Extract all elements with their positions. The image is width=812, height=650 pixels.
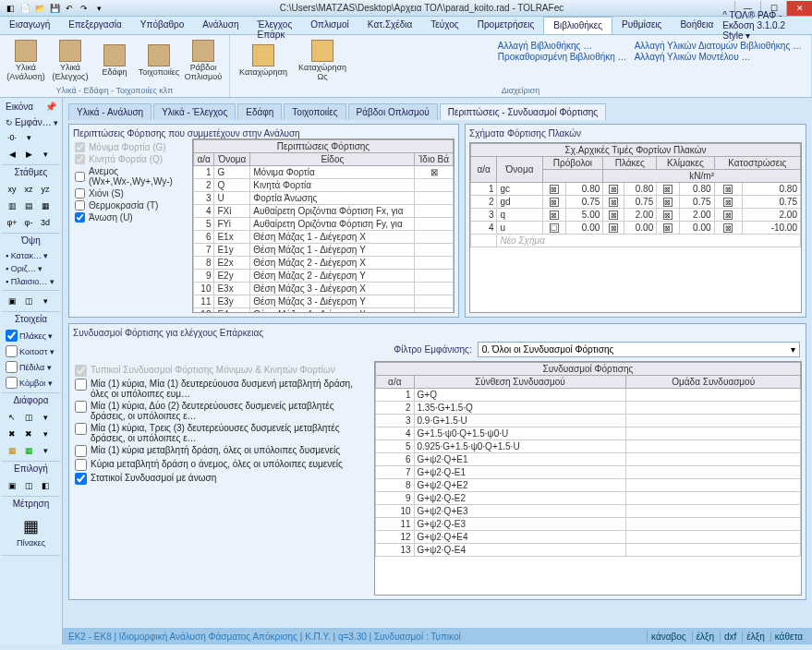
sb-ico-b[interactable]: ◫ [21, 295, 36, 307]
sidebar-item-g4-0[interactable]: ▪ Κατακ… ▾ [2, 249, 60, 262]
subtab-0[interactable]: Υλικά - Ανάλυση [68, 103, 151, 120]
rot-minus[interactable]: φ- [21, 216, 36, 229]
slab-loads-table[interactable]: Σχ.Αρχικές Τιμές Φορτίων Πλακών α/αΌνομα… [470, 143, 801, 247]
sb-tool-9[interactable]: ▾ [38, 444, 53, 457]
status-item-2[interactable]: dxf [720, 632, 740, 642]
table-row[interactable]: 8E2xΘέση Μάζας 2 - Διέγερση X [194, 257, 454, 270]
sidebar-item-g4-1[interactable]: ▪ Οριζ… ▾ [2, 262, 60, 275]
table-row[interactable]: 4u☐0.00⊠0.00⊠0.00⊠-10.00 [471, 222, 801, 235]
tables-icon[interactable]: ▦ [7, 516, 55, 536]
table-row[interactable]: 50.925·G+1.5·ψ0·Q+1.5·U [376, 440, 801, 453]
table-row[interactable]: 12G+ψ2·Q+E4 [376, 531, 801, 544]
lc-check-5[interactable]: Άνωση (U) [75, 212, 187, 223]
subtab-1[interactable]: Υλικά - Έλεγχος [153, 103, 236, 120]
sb-ico-a[interactable]: ▣ [5, 295, 19, 307]
sb-cursor-icon[interactable]: ·0· [5, 131, 19, 144]
table-row[interactable]: 9G+ψ2·Q-E2 [376, 492, 801, 505]
qat-open-icon[interactable]: 📂 [33, 2, 46, 15]
menu-tab-6[interactable]: Κατ.Σχέδια [358, 17, 422, 34]
table-row[interactable]: 5FYiΑυθαίρετη Οριζόντια Φόρτιση Fy, για [194, 218, 454, 231]
table-row[interactable]: 3UΦορτία Άνωσης [194, 192, 454, 205]
qat-dropdown-icon[interactable]: ▾ [92, 2, 105, 15]
menu-tab-7[interactable]: Τεύχος [421, 17, 467, 34]
combinations-table[interactable]: Συνδυασμοί Φόρτισης α/αΣύνθεση Συνδυασμο… [375, 362, 801, 557]
table-row[interactable]: 1gc⊠0.80⊠0.80⊠0.80⊠0.80 [471, 183, 801, 196]
menu-tab-10[interactable]: Ρυθμίσεις [612, 17, 671, 34]
sb-tool-4[interactable]: ✖ [5, 427, 19, 440]
sidebar-item-g5-0[interactable]: Πλάκες ▾ [2, 328, 60, 343]
combo-check-5[interactable]: Κύρια μεταβλητή δράση ο άνεμος, όλες οι … [75, 459, 367, 471]
table-row[interactable]: 1GΜόνιμα Φορτία⊠ [194, 166, 454, 179]
combo-check-4[interactable]: Μία (1) κύρια μεταβλητή δράση, όλες οι υ… [75, 445, 367, 457]
view-3d[interactable]: 3d [38, 216, 53, 229]
table-row[interactable]: 6G+ψ2·Q+E1 [376, 453, 801, 466]
loadcases-table[interactable]: Περιπτώσεις Φόρτισης α/αΌνομαΕίδοςΊδιο Β… [193, 139, 454, 313]
combo-check-6[interactable]: Στατικοί Συνδυασμοί με άνωση [75, 473, 367, 485]
table-row[interactable]: 13G+ψ2·Q-E4 [376, 544, 801, 557]
table-row[interactable]: 4G+1.5·ψ0·Q+1.5·ψ0·U [376, 427, 801, 440]
sb-tool-3[interactable]: ▾ [38, 411, 53, 424]
table-row[interactable]: 7G+ψ2·Q-E1 [376, 466, 801, 479]
sb-tool-5[interactable]: ✖ [21, 427, 36, 440]
sidebar-pin-icon[interactable]: 📌 [45, 102, 56, 112]
rot-plus[interactable]: φ+ [5, 216, 19, 229]
ribbon-btn-g1-4[interactable]: Ράβδοι Οπλισμού [183, 37, 224, 85]
sidebar-item-g5-2[interactable]: Πέδιλα ▾ [2, 359, 60, 375]
ribbon-link-3[interactable]: Αλλαγή Υλικών Μοντέλου … [635, 52, 802, 62]
combo-check-1[interactable]: Μία (1) κύρια, Μία (1) δευτερεύουσα δυσμ… [75, 379, 367, 399]
table-row[interactable]: 4FXiΑυθαίρετη Οριζόντια Φόρτιση Fx, για [194, 205, 454, 218]
sb-sel-1[interactable]: ▣ [5, 479, 19, 492]
table-row[interactable]: 6E1xΘέση Μάζας 1 - Διέγερση X [194, 231, 454, 244]
qat-undo-icon[interactable]: ↶ [63, 2, 76, 15]
subtab-3[interactable]: Τοιχοποιίες [284, 103, 345, 120]
sb-left-icon[interactable]: ◀ [5, 148, 19, 161]
filter-dropdown[interactable]: 0. Όλοι οι Συνδυασμοί Φόρτισης ▾ [478, 342, 800, 357]
sb-tool-1[interactable]: ↖ [5, 411, 19, 424]
menu-tab-8[interactable]: Προμετρήσεις [468, 17, 544, 34]
axis-ico-1[interactable]: ▥ [5, 199, 19, 212]
axis-yz[interactable]: yz [38, 183, 53, 196]
axis-ico-2[interactable]: ▤ [21, 199, 36, 212]
qat-new-icon[interactable]: 📄 [18, 2, 31, 15]
ribbon-link-1[interactable]: Προκαθορισμένη Βιβλιοθήκη … [498, 52, 627, 62]
table-row[interactable]: 2QΚινητά Φορτία [194, 179, 454, 192]
ribbon-btn-g2-0[interactable]: Καταχώρηση [236, 37, 291, 85]
sidebar-item-g5-3[interactable]: Κόμβοι ▾ [2, 375, 60, 391]
qat-redo-icon[interactable]: ↷ [78, 2, 91, 15]
table-row[interactable]: 12E4xΘέση Μάζας 4 - Διέγερση X [194, 308, 454, 314]
menu-tab-4[interactable]: Έλεγχος Επάρκ [248, 17, 302, 34]
lc-check-4[interactable]: Θερμοκρασία (T) [75, 200, 187, 211]
sidebar-pinakes[interactable]: Πίνακες [7, 536, 55, 549]
axis-ico-3[interactable]: ▦ [38, 199, 53, 212]
menu-tab-3[interactable]: Ανάλυση [193, 17, 248, 34]
ribbon-link-0[interactable]: Αλλαγή Βιβλιοθήκης … [498, 41, 627, 51]
qat-save-icon[interactable]: 💾 [48, 2, 61, 15]
sb-sel-3[interactable]: ◧ [38, 479, 53, 492]
axis-xy[interactable]: xy [5, 183, 19, 196]
ribbon-btn-g1-2[interactable]: Εδάφη [94, 37, 135, 85]
subtab-4[interactable]: Ράβδοι Οπλισμού [348, 103, 438, 120]
table-row[interactable]: 11E3yΘέση Μάζας 3 - Διέγερση Y [194, 295, 454, 308]
sb-sel-2[interactable]: ◫ [21, 479, 36, 492]
table-row[interactable]: 10G+ψ2·Q+E3 [376, 505, 801, 518]
menu-tab-1[interactable]: Επεξεργασία [59, 17, 131, 34]
sb-ico-c[interactable]: ▾ [38, 295, 53, 307]
lc-check-3[interactable]: Χιόνι (S) [75, 188, 187, 199]
table-row[interactable]: 9E2yΘέση Μάζας 2 - Διέγερση Y [194, 270, 454, 283]
ribbon-btn-g1-3[interactable]: Τοιχοποιίες [139, 37, 179, 85]
table-row[interactable]: 3q⊠5.00⊠2.00⊠2.00⊠2.00 [471, 209, 801, 222]
status-item-3[interactable]: έλξη [742, 632, 768, 642]
table-row[interactable]: 1G+Q [376, 389, 801, 402]
status-item-0[interactable]: κάναβος [647, 632, 690, 642]
sidebar-emfan[interactable]: ↻ Εμφάν… ▾ [2, 115, 60, 129]
lc-check-2[interactable]: Ανεμος (Wx+,Wx-,Wy+,Wy-) [75, 166, 187, 187]
ribbon-btn-g1-1[interactable]: Υλικά (Ελεγχος) [50, 37, 91, 85]
table-row[interactable]: 7E1yΘέση Μάζας 1 - Διέγερση Y [194, 244, 454, 257]
table-row[interactable]: 2gd⊠0.75⊠0.75⊠0.75⊠0.75 [471, 196, 801, 209]
subtab-5[interactable]: Περιπτώσεις - Συνδυασμοί Φόρτισης [440, 103, 606, 120]
table-row[interactable]: 8G+ψ2·Q+E2 [376, 479, 801, 492]
ribbon-btn-g1-0[interactable]: Υλικά (Ανάλυση) [6, 37, 46, 85]
ribbon-link-2[interactable]: Αλλαγή Υλικών Διατομών Βιβλιοθήκης … [635, 41, 802, 51]
table-row[interactable]: 21.35·G+1.5·Q [376, 402, 801, 415]
sidebar-item-g5-1[interactable]: Κοιτοστ ▾ [2, 343, 60, 359]
